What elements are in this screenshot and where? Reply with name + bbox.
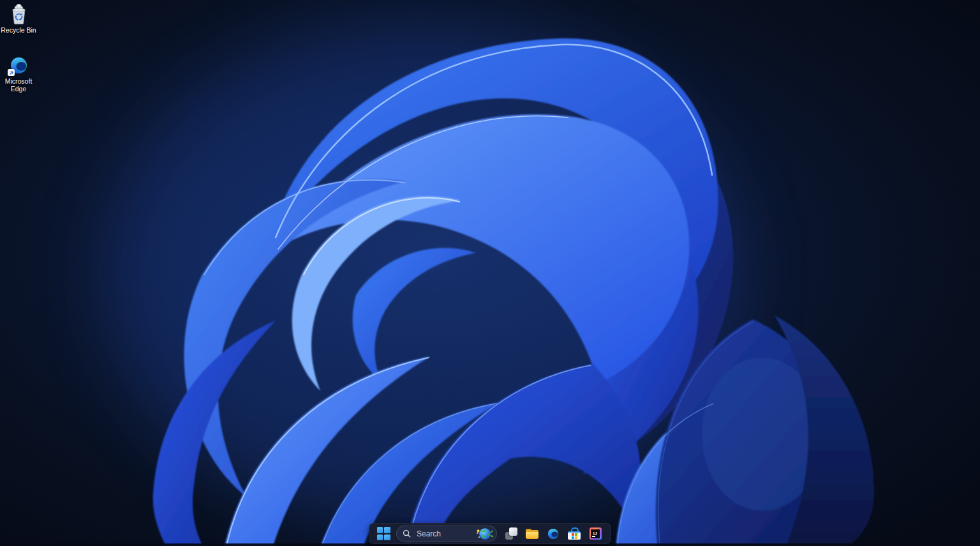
taskbar-app-microsoft-edge[interactable] [544, 525, 562, 543]
desktop-icon-label: Recycle Bin [1, 27, 36, 34]
file-explorer-folder-icon [526, 529, 538, 539]
shortcut-arrow-icon [8, 69, 15, 76]
taskbar-app-microsoft-store[interactable] [565, 525, 583, 543]
windows-desktop: Recycle Bin Microsoft Edge [0, 0, 980, 546]
taskbar-app-file-explorer[interactable] [523, 525, 541, 543]
taskbar-app-row: IJ [502, 525, 604, 543]
taskbar-app-task-view[interactable] [502, 525, 520, 543]
desktop-icon-recycle-bin[interactable]: Recycle Bin [1, 3, 36, 34]
desktop-icon-microsoft-edge[interactable]: Microsoft Edge [1, 54, 36, 93]
recycle-bin-icon [9, 3, 29, 25]
windows-logo-icon [377, 527, 390, 540]
intellij-idea-icon: IJ [590, 527, 602, 540]
desktop-icon-label: Microsoft Edge [1, 78, 36, 93]
bing-daily-globe-icon[interactable] [475, 526, 494, 541]
microsoft-edge-icon [547, 527, 560, 540]
intellij-monogram: IJ [593, 531, 597, 536]
search-icon [403, 529, 411, 538]
search-input[interactable] [415, 529, 475, 539]
taskbar-app-intellij-idea[interactable]: IJ [586, 525, 604, 543]
task-view-icon [505, 527, 517, 540]
desktop-wallpaper [0, 0, 980, 546]
taskbar: IJ [369, 523, 611, 544]
bing-daily-globe-art [476, 527, 494, 541]
taskbar-search[interactable] [396, 526, 497, 542]
microsoft-store-bag-icon [568, 527, 581, 540]
start-button[interactable] [375, 525, 392, 543]
